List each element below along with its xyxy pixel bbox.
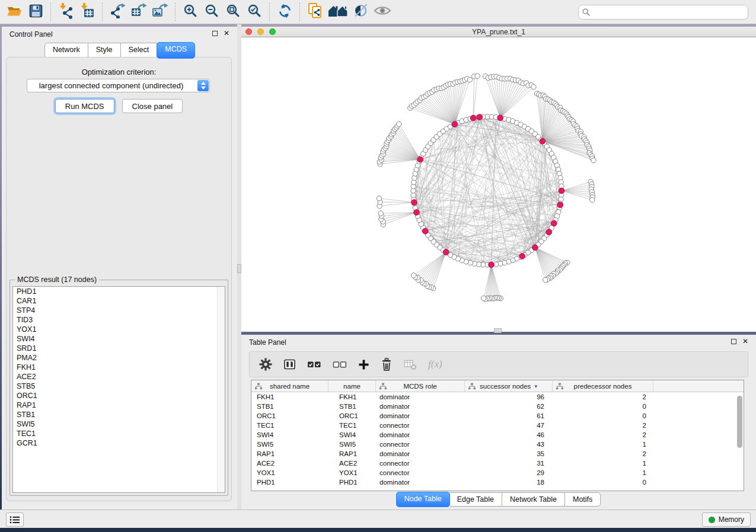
cell-predecessor-nodes: 1: [553, 459, 653, 468]
function-builder-icon[interactable]: f(x): [428, 358, 442, 370]
tab-style[interactable]: Style: [88, 43, 121, 58]
network-window-titlebar[interactable]: YPA_prune.txt_1: [241, 27, 756, 37]
table-scrollbar[interactable]: [736, 393, 743, 489]
refresh-arrows-icon: [277, 4, 292, 21]
show-all-networks-button[interactable]: [326, 1, 350, 23]
table-row[interactable]: SWI5SWI5connector431: [251, 440, 744, 449]
memory-button[interactable]: Memory: [702, 512, 751, 527]
zoom-out-button[interactable]: [201, 1, 222, 23]
close-panel-button[interactable]: Close panel: [122, 99, 183, 113]
graphics-details-button[interactable]: [350, 1, 372, 23]
zoom-in-button[interactable]: [180, 1, 201, 23]
toolbar-separator: [175, 2, 176, 21]
zoom-fit-button[interactable]: [222, 1, 244, 23]
float-panel-icon[interactable]: [212, 31, 218, 36]
column-header-predecessor-nodes[interactable]: predecessor nodes: [553, 380, 653, 392]
toggle-columns-icon[interactable]: [283, 358, 296, 370]
add-column-plus-icon[interactable]: [358, 359, 369, 370]
toolbar-separator: [50, 2, 51, 21]
table-row[interactable]: TEC1TEC1connector472: [251, 421, 744, 430]
clone-network-button[interactable]: [304, 1, 326, 23]
network-canvas[interactable]: [241, 37, 756, 332]
export-table-button[interactable]: [128, 1, 149, 23]
vertical-splitter-handle[interactable]: [237, 264, 241, 273]
tab-network-table[interactable]: Network Table: [502, 492, 565, 507]
export-image-button[interactable]: [149, 1, 171, 23]
optimization-criterion-select[interactable]: largest connected component (undirected): [27, 79, 210, 92]
toolbar-separator: [299, 2, 300, 21]
apply-layout-button[interactable]: [274, 1, 295, 23]
save-session-button[interactable]: [25, 1, 46, 23]
table-row[interactable]: STB1STB1dominator620: [251, 402, 744, 411]
delete-table-icon[interactable]: [404, 358, 417, 370]
table-row[interactable]: SWI4SWI4dominator462: [251, 430, 744, 440]
list-item[interactable]: ACE2: [13, 372, 225, 382]
list-item[interactable]: SWI4: [13, 334, 225, 344]
list-item[interactable]: PHD1: [13, 287, 225, 296]
table-row[interactable]: YOX1YOX1connector291: [251, 468, 744, 477]
tab-edge-table[interactable]: Edge Table: [449, 492, 502, 507]
list-item[interactable]: CAR1: [13, 296, 225, 306]
tab-motifs[interactable]: Motifs: [565, 492, 601, 507]
zoom-selected-button[interactable]: [244, 1, 265, 23]
tab-network[interactable]: Network: [44, 43, 88, 58]
table-row[interactable]: FKH1FKH1dominator962: [251, 392, 744, 402]
list-item[interactable]: SRD1: [13, 344, 225, 353]
cell-successor-nodes: 61: [465, 411, 553, 421]
cell-shared-name: RAP1: [251, 449, 328, 459]
table-row[interactable]: ORC1ORC1dominator610: [251, 411, 744, 421]
zoom-fit-icon: [226, 4, 240, 20]
horizontal-splitter-handle[interactable]: [494, 328, 502, 333]
close-panel-icon[interactable]: ✕: [224, 29, 229, 37]
delete-column-trash-icon[interactable]: [381, 358, 393, 371]
cell-shared-name: FKH1: [251, 392, 328, 402]
search-input[interactable]: [578, 5, 748, 20]
import-table-button[interactable]: [76, 1, 98, 23]
list-item[interactable]: RAP1: [13, 400, 225, 410]
table-scrollbar-thumb[interactable]: [737, 396, 742, 448]
float-panel-icon[interactable]: [731, 339, 736, 344]
column-header-mcds-role[interactable]: MCDS role: [376, 380, 465, 392]
tab-node-table[interactable]: Node Table: [396, 492, 450, 507]
list-item[interactable]: FKH1: [13, 363, 225, 372]
list-item[interactable]: PMA2: [13, 353, 225, 363]
list-item[interactable]: TEC1: [13, 429, 225, 438]
list-item[interactable]: TID3: [13, 315, 225, 325]
task-history-button[interactable]: [6, 512, 24, 527]
cell-predecessor-nodes: 1: [553, 468, 653, 477]
table-row[interactable]: PHD1PHD1dominator180: [251, 477, 744, 487]
list-item[interactable]: SWI5: [13, 419, 225, 429]
result-list-scrollbar[interactable]: [217, 287, 225, 492]
birds-eye-view-button[interactable]: [372, 1, 393, 23]
deselect-all-icon[interactable]: [333, 360, 347, 369]
table-settings-gear-icon[interactable]: [259, 358, 272, 371]
open-session-button[interactable]: [4, 1, 25, 23]
run-mcds-button[interactable]: Run MCDS: [55, 99, 114, 113]
zoom-in-icon: [183, 4, 197, 20]
cell-shared-name: SWI5: [251, 440, 328, 449]
list-item[interactable]: STB5: [13, 382, 225, 391]
column-label: name: [343, 383, 361, 390]
list-item[interactable]: GCR1: [13, 438, 225, 448]
table-row[interactable]: RAP1RAP1dominator352: [251, 449, 744, 459]
list-item[interactable]: ORC1: [13, 391, 225, 400]
column-header-name[interactable]: name: [328, 380, 376, 392]
cell-successor-nodes: 47: [465, 421, 553, 430]
import-network-icon: [58, 3, 74, 21]
select-all-icon[interactable]: [307, 360, 321, 369]
table-body: FKH1FKH1dominator962STB1STB1dominator620…: [251, 392, 744, 487]
cell-name: SWI5: [328, 440, 376, 449]
tab-mcds[interactable]: MCDS: [157, 42, 195, 59]
close-panel-icon[interactable]: ✕: [742, 337, 748, 345]
cell-name: YOX1: [328, 468, 376, 477]
list-item[interactable]: STP4: [13, 306, 225, 315]
list-item[interactable]: STB1: [13, 410, 225, 419]
list-item[interactable]: YOX1: [13, 325, 225, 334]
column-header-shared-name[interactable]: shared name: [251, 380, 328, 392]
column-header-successor-nodes[interactable]: successor nodes▾: [465, 380, 553, 392]
export-network-button[interactable]: [107, 1, 128, 23]
mcds-result-list[interactable]: PHD1CAR1STP4TID3YOX1SWI4SRD1PMA2FKH1ACE2…: [12, 286, 225, 493]
import-network-button[interactable]: [55, 1, 76, 23]
table-row[interactable]: ACE2ACE2connector311: [251, 459, 744, 468]
tab-select[interactable]: Select: [121, 43, 158, 58]
